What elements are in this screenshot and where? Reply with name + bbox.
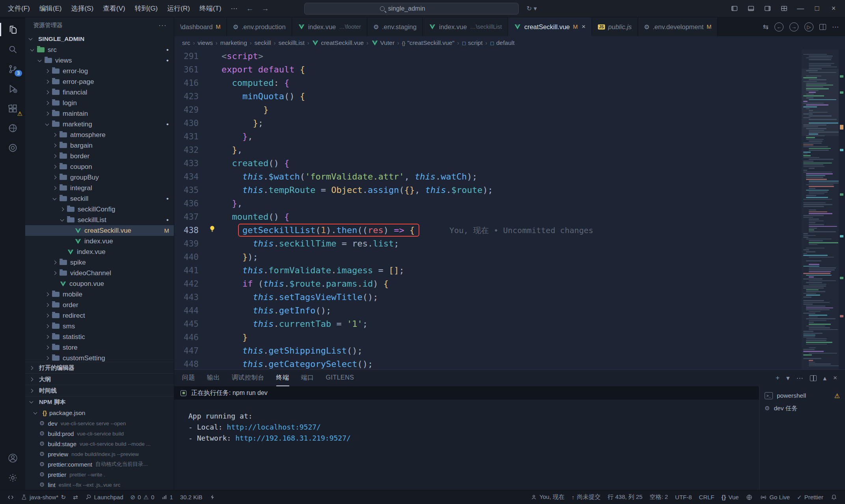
tree-item-login[interactable]: login [25,98,174,108]
tab-index.vue[interactable]: index.vue…\footer [292,17,367,36]
layout-custom-button[interactable] [776,2,792,16]
panel-tab-GITLENS[interactable]: GITLENS [326,370,354,386]
menu-item[interactable]: 编辑(E) [35,2,67,15]
code-text[interactable]: <script> [221,50,802,63]
tree-item-src[interactable]: src• [25,44,174,55]
close-icon[interactable]: × [833,374,837,382]
code-text[interactable]: this.currentTab = '1'; [221,317,802,331]
compare-icon[interactable]: ⇆ [763,23,769,31]
status-eol[interactable]: CRLF [695,490,718,504]
status-notifications[interactable] [827,490,841,504]
crumb-script[interactable]: ◻script [462,39,483,46]
code-line-416[interactable]: 416 computed: { [174,76,802,90]
tree-item-views[interactable]: views• [25,55,174,66]
code-text[interactable]: } [221,103,802,117]
code-text[interactable]: }; [221,117,802,130]
code-line-443[interactable]: 443 this.setTagsViewTitle(); [174,291,802,304]
tree-item-order[interactable]: order [25,300,174,310]
section-大纲[interactable]: 大纲 [25,373,174,385]
code-text[interactable]: this.tempRoute = Object.assign({}, this.… [221,183,802,197]
code-text[interactable]: minQuota() { [221,90,802,103]
crumb-seckill[interactable]: seckill [255,39,271,46]
code-line-440[interactable]: 440 }); [174,250,802,264]
status-java-status[interactable]: java-show*↻ [17,490,69,504]
terminal-entry-powershell[interactable]: >_powershell⚠ [759,389,845,402]
activity-settings[interactable] [0,468,25,487]
split-editor-icon[interactable] [819,24,826,30]
status-ports[interactable]: 1 [158,490,177,504]
code-line-423[interactable]: 423 minQuota() { [174,90,802,103]
code-text[interactable]: this.formValidate.imagess = []; [221,264,802,277]
panel-tab-输出[interactable]: 输出 [207,370,220,386]
code-text[interactable]: mounted() { [221,210,802,224]
code-line-432[interactable]: 432 }, [174,143,802,157]
run-circle-icon[interactable]: ▷ [804,22,813,32]
tree-item-seckillConfig[interactable]: seckillConfig [25,204,174,215]
npm-script-build:stage[interactable]: ⚙build:stagevue-cli-service build --mode… [25,439,174,449]
minimize-button[interactable]: — [792,2,809,16]
npm-script-build:prod[interactable]: ⚙build:prodvue-cli-service build [25,428,174,439]
nav-back-icon[interactable]: ← [774,22,784,32]
activity-search[interactable] [0,39,25,59]
tree-item-integral[interactable]: integral [25,183,174,193]
tab-.env.staging[interactable]: ⚙.env.staging [367,17,423,36]
code-text[interactable]: getSeckillList(1).then((res) => {You, 现在… [221,224,802,237]
terminal-link[interactable]: http://localhost:9527/ [227,423,321,431]
status-problems[interactable]: ⊘0⚠0 [127,490,158,504]
terminal-entry-dev-任务[interactable]: ⚙dev 任务 [759,402,845,415]
tree-item-error-log[interactable]: error-log [25,66,174,76]
nav-back-button[interactable]: ← [242,4,258,13]
status-go-live[interactable]: Go Live [756,490,793,504]
code-text[interactable]: }, [221,197,802,210]
crumb-seckillList[interactable]: seckillList [278,39,304,46]
close-button[interactable]: × [825,2,842,16]
more-icon[interactable]: ⋯ [797,374,803,382]
menu-item[interactable]: 转到(G) [130,2,163,15]
code-line-437[interactable]: 437 mounted() { [174,210,802,224]
section-打开的编辑器[interactable]: 打开的编辑器 [25,362,174,373]
breadcrumb[interactable]: src›views›marketing›seckill›seckillList›… [174,36,845,50]
tree-item-maintain[interactable]: maintain [25,108,174,119]
status-language-mode[interactable]: {}Vue [718,490,743,504]
crumb-marketing[interactable]: marketing [220,39,247,46]
tab-public.js[interactable]: JSpublic.js [592,17,638,36]
nav-forward-button[interactable]: → [258,4,273,13]
section-时间线[interactable]: 时间线 [25,385,174,396]
crumb-src[interactable]: src [182,39,190,46]
layout-panel-button[interactable] [743,2,759,16]
close-icon[interactable]: × [582,23,586,31]
minimap[interactable] [802,50,839,369]
command-center-search[interactable] [304,3,519,15]
split-icon[interactable] [810,375,817,381]
code-line-444[interactable]: 444 this.getInfo(); [174,304,802,317]
crumb-views[interactable]: views [197,39,213,46]
npm-script-preview[interactable]: ⚙previewnode build/index.js --preview [25,449,174,459]
tree-item-sms[interactable]: sms [25,321,174,332]
tree-item-border[interactable]: border [25,151,174,161]
code-line-448[interactable]: 448 this.getCategorySelect(); [174,358,802,369]
panel-tab-调试控制台[interactable]: 调试控制台 [232,370,264,386]
tree-item-groupBuy[interactable]: groupBuy [25,172,174,183]
layout-sidebar-left-button[interactable] [726,2,743,16]
code-text[interactable]: export default { [221,63,802,76]
status-encoding[interactable]: UTF-8 [672,490,696,504]
tree-item-coupon.vue[interactable]: coupon.vue [25,278,174,289]
tree-item-videoChannel[interactable]: videoChannel [25,268,174,278]
code-line-435[interactable]: 435 this.tempRoute = Object.assign({}, t… [174,183,802,197]
status-uncommitted[interactable]: ↑尚未提交 [568,490,604,504]
project-root[interactable]: SINGLE_ADMIN [25,33,174,44]
crumb-creatSeckill.vue[interactable]: creatSeckill.vue [312,39,364,46]
panel-tab-问题[interactable]: 问题 [182,370,195,386]
code-editor[interactable]: 291<script>361export default {416 comput… [174,50,845,369]
activity-source-control[interactable]: 3 [0,59,25,79]
status-compare-status[interactable]: ⇄ [69,490,82,504]
npm-package-json[interactable]: {}package.json [25,408,174,418]
code-line-439[interactable]: 439 this.seckillTime = res.list; [174,237,802,250]
activity-run-and-debug[interactable] [0,79,25,98]
code-line-447[interactable]: 447 this.getShippingList(); [174,344,802,358]
panel-tab-端口[interactable]: 端口 [301,370,314,386]
code-line-446[interactable]: 446 } [174,331,802,344]
status-remote-indicator[interactable] [4,490,17,504]
tree-item-spike[interactable]: spike [25,257,174,268]
code-text[interactable]: }, [221,130,802,143]
